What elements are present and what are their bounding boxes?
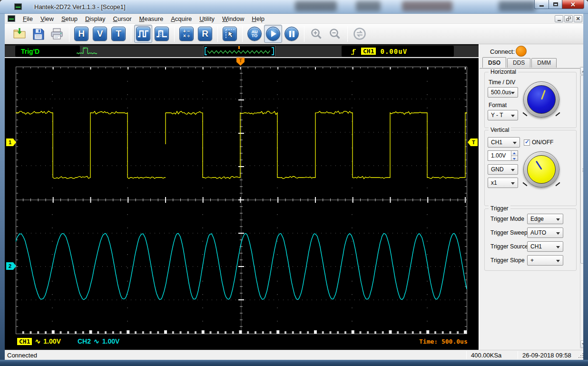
trigger-status-box: Trig'D	[15, 46, 80, 57]
toolbar-reference-button[interactable]: R	[196, 25, 214, 43]
trigger-level-marker[interactable]: T	[468, 138, 478, 146]
glass-blur-blob	[402, 1, 452, 11]
vertical-group: Vertical CH1 ON/OFF 1.00V GND x1	[484, 130, 577, 206]
trigger-source-select[interactable]: CH1	[527, 241, 563, 252]
title-bar: Hantek-2D72 Ver1.1.3 - [Scope1] ✕	[0, 0, 588, 14]
tab-dso[interactable]: DSO	[482, 57, 506, 68]
ch1-chip: CH1	[17, 338, 32, 345]
app-icon	[14, 3, 22, 10]
zoom-in-icon	[310, 28, 323, 40]
toolbar-autoset-button[interactable]: AUTO	[245, 25, 264, 43]
toolbar-open-button[interactable]	[10, 25, 29, 43]
app-window: Hantek-2D72 Ver1.1.3 - [Scope1] ✕ FileVi…	[0, 0, 588, 366]
toolbar-trigger-panel-button[interactable]: T	[109, 25, 127, 43]
preview-trigger-tick	[238, 46, 240, 49]
menu-view[interactable]: View	[37, 14, 58, 23]
glass-blur-blob	[356, 1, 381, 11]
probe-value: x1	[491, 179, 497, 186]
mdi-restore-button[interactable]	[564, 15, 573, 22]
minimize-button[interactable]	[534, 0, 549, 9]
connection-status: Connected	[7, 352, 37, 359]
glass-blur-blob	[295, 1, 337, 11]
menu-cursor[interactable]: Cursor	[109, 14, 136, 23]
toolbar-run-button[interactable]	[264, 25, 282, 43]
menu-utility[interactable]: Utility	[196, 14, 218, 23]
toolbar-cursor-measure-button[interactable]	[221, 25, 239, 43]
toolbar-zoom-in-button[interactable]	[307, 25, 325, 43]
toolbar-pause-button[interactable]	[283, 25, 301, 43]
waveform-preview[interactable]	[203, 46, 275, 57]
mdi-minimize-button[interactable]	[555, 15, 563, 22]
vertical-knob[interactable]	[523, 151, 559, 188]
statusbar-separator	[466, 351, 467, 359]
toolbar-waveform-display-button[interactable]	[134, 25, 152, 43]
menu-file[interactable]: File	[19, 14, 37, 23]
ch2-chip: CH2	[78, 337, 91, 345]
trigger-source-label: Trigger Source	[490, 243, 528, 250]
trigger-mode-select[interactable]: Edge	[527, 214, 563, 224]
menu-display[interactable]: Display	[81, 14, 109, 23]
ch1-level-marker[interactable]: 1	[6, 138, 16, 146]
window-title: Hantek-2D72 Ver1.1.3 - [Scope1]	[34, 3, 126, 10]
menu-measure[interactable]: Measure	[136, 14, 167, 23]
vertical-panel-icon: V	[93, 27, 107, 41]
menu-bar: FileViewSetupDisplayCursorMeasureAcquire…	[5, 14, 585, 24]
zoom-out-icon	[329, 28, 342, 40]
preview-right-bracket-icon	[272, 47, 274, 55]
scope-display-area: Trig'D CH1 0.00uV T 1	[5, 44, 479, 350]
menu-acquire[interactable]: Acquire	[167, 14, 196, 23]
preview-left-bracket-icon	[205, 47, 207, 55]
toolbar: HVT + −× ÷R AUTO	[5, 24, 585, 44]
tab-dds[interactable]: DDS	[507, 58, 530, 68]
window-border	[0, 14, 5, 360]
scope-grid[interactable]	[16, 67, 467, 334]
trigger-slope-select[interactable]: +	[527, 255, 563, 266]
trigger-position-marker[interactable]: T	[236, 58, 245, 66]
toolbar-print-button[interactable]	[48, 25, 66, 43]
ch2-footer-label: CH2 ∿ 1.00V	[74, 336, 123, 346]
toolbar-separator	[174, 26, 175, 42]
toolbar-horizontal-panel-button[interactable]: H	[72, 25, 90, 43]
mdi-close-button[interactable]: ✕	[574, 15, 582, 22]
close-button[interactable]: ✕	[562, 0, 584, 9]
menu-setup[interactable]: Setup	[58, 14, 81, 23]
coupling-select[interactable]: GND	[488, 164, 518, 175]
panel-tabs: DSODDSDMM	[482, 58, 558, 68]
dso-tab-content: Horizontal Time / DIV 500.0us Format Y -…	[480, 68, 586, 350]
ch1-coupling: ∿	[35, 337, 40, 345]
volt-scale-spinner[interactable]: 1.00V	[488, 150, 518, 161]
horizontal-knob[interactable]	[523, 81, 559, 118]
control-panel: Connect: DSODDSDMM Horizontal Time / DIV…	[479, 44, 585, 350]
reference-icon: R	[198, 27, 212, 41]
ch1-scale: 1.00V	[43, 337, 61, 345]
menu-window[interactable]: Window	[218, 14, 248, 23]
connect-status-light[interactable]	[516, 46, 527, 57]
trigger-mode-label: Trigger Mode	[490, 216, 524, 222]
trigger-level-value: 0.00uV	[380, 48, 407, 55]
channel-onoff-checkbox[interactable]: ON/OFF	[524, 139, 553, 146]
trigger-sweep-value: AUTO	[530, 229, 546, 236]
maximize-button[interactable]	[549, 0, 562, 9]
toolbar-zoom-out-button[interactable]	[326, 25, 344, 43]
toolbar-refresh-button[interactable]	[351, 25, 369, 43]
toolbar-math-button[interactable]: + −× ÷	[177, 25, 196, 43]
trigger-sweep-label: Trigger Sweep	[490, 229, 528, 236]
scope-document-icon[interactable]	[8, 15, 15, 22]
time-div-select[interactable]: 500.0us	[488, 87, 518, 98]
format-select[interactable]: Y - T	[488, 110, 518, 120]
toolbar-vertical-panel-button[interactable]: V	[91, 25, 109, 43]
pulse-dashed-icon	[155, 27, 169, 41]
toolbar-separator	[242, 26, 243, 42]
coupling-value: GND	[491, 166, 504, 173]
ch2-level-marker[interactable]: 2	[6, 262, 16, 270]
trigger-sweep-select[interactable]: AUTO	[527, 228, 563, 238]
toolbar-waveform-record-button[interactable]	[153, 25, 171, 43]
format-label: Format	[489, 102, 507, 109]
channel-select[interactable]: CH1	[488, 137, 520, 148]
toolbar-save-button[interactable]	[29, 25, 47, 43]
probe-select[interactable]: x1	[488, 178, 518, 188]
menu-help[interactable]: Help	[248, 14, 268, 23]
pulse-icon	[136, 27, 150, 41]
tab-dmm[interactable]: DMM	[531, 58, 557, 68]
channel-value: CH1	[491, 139, 502, 146]
